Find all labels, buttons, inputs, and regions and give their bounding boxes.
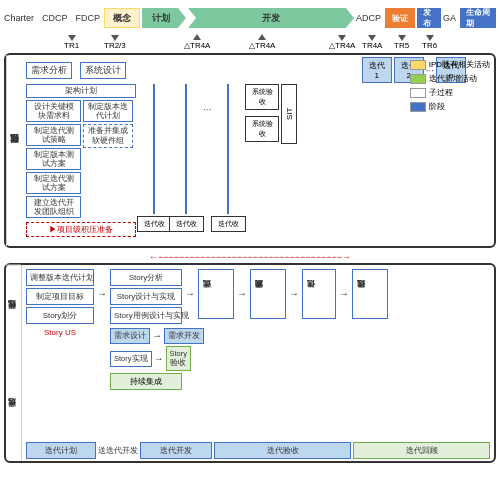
tr5-label: TR5: [394, 41, 409, 50]
concept-phase: 概念: [104, 8, 140, 28]
story-impl-row: Story实现 → Story验收: [110, 346, 182, 371]
story-us-label: Story US: [26, 328, 94, 337]
tr4a3-marker: △TR4A: [329, 34, 355, 50]
tr4-label: TR4A: [362, 41, 382, 50]
iter-eval-col: 迭代评估: [302, 269, 336, 319]
story-dev-col: Story分析 Story设计与实现 Story用例设计与实现 需求设计 → 需…: [110, 269, 182, 390]
top-diagram: 整体过程视图 需求分析 系统设计 迭代1 迭代2 ··· 迭代n 架构计划: [4, 53, 496, 248]
story-split-label: Story划分: [43, 311, 78, 320]
plan-box-0: 制定版本迭代计划: [83, 100, 133, 122]
sit-box: SIT: [281, 84, 297, 144]
bottom-label-top: 迭代过程视图: [6, 265, 21, 364]
legend-label-0: IPD既有相关活动: [429, 59, 490, 70]
adjust-version-box: 调整版本迭代计划: [26, 269, 94, 286]
fdcp-label: FDCP: [76, 13, 101, 23]
red-dashed-arrow: ←−−−−−−−−−−−−−−−−−−−−−−−−−−−−−−−−−−−→: [4, 252, 496, 262]
tr4a2-marker: △TR4A: [249, 34, 275, 50]
legend-color-3: [410, 102, 426, 112]
ci-box: 持续集成: [110, 373, 182, 390]
design-box-2: 制定版本测试方案: [26, 148, 81, 170]
tr6-marker: TR6: [422, 34, 437, 50]
legend-item-1: 迭代新增活动: [410, 73, 490, 84]
legend-label-3: 阶段: [429, 101, 445, 112]
release-phase: 发布: [417, 8, 441, 28]
itern-col: 迭代收: [213, 84, 243, 242]
legend-color-0: [410, 60, 426, 70]
tr-markers-row: TR1 TR2/3 △TR4A △TR4A △TR4A TR4A TR5 TR: [64, 34, 496, 52]
dev-phase: 开发: [188, 8, 354, 28]
phase-iter-plan: 迭代计划: [26, 442, 96, 459]
project-reserve: ▶项目级积压准备: [26, 222, 136, 237]
arrow2: →: [185, 289, 195, 299]
req-dev-box: 需求开发: [164, 328, 204, 344]
phase-iter-recv: 迭代验收: [214, 442, 351, 459]
itern-recv: 迭代收: [211, 216, 246, 232]
iter-plan-col: 调整版本迭代计划 制定项目目标 Story划分 Story US: [26, 269, 94, 337]
design-box-4: 建立迭代开发团队组织: [26, 196, 81, 218]
tr23-label: TR2/3: [104, 41, 126, 50]
arch-plan-box: 架构计划: [26, 84, 136, 98]
legend-label-2: 子过程: [429, 87, 453, 98]
arrow5: →: [339, 289, 349, 299]
story-recv-box: Story验收: [166, 346, 192, 371]
bottom-inner: 调整版本迭代计划 制定项目目标 Story划分 Story US → Story…: [22, 265, 494, 461]
adcp-label: ADCP: [356, 13, 381, 23]
req-arrow: →: [152, 331, 162, 341]
tr5-marker: TR5: [394, 34, 409, 50]
tr4a3-label: △TR4A: [329, 41, 355, 50]
tr4a1-label: △TR4A: [184, 41, 210, 50]
lifecycle-phase: 生命周期: [460, 8, 496, 28]
delivery-dev-label: 送迭代开发: [98, 445, 138, 456]
tr6-label: TR6: [422, 41, 437, 50]
legend-color-1: [410, 74, 426, 84]
tr1-label: TR1: [64, 41, 79, 50]
iter-test-box: 迭代测试: [198, 269, 234, 319]
design-sub-cols: 设计关键模块需求料 制定迭代测试策略 制定版本测试方案 制定迭代测试方案 建立迭…: [26, 100, 136, 218]
plan-box-1: 准备并集成软硬件组: [83, 124, 133, 148]
main-container: Charter CDCP FDCP 概念 计划 开发 ADCP 验证 发布 GA…: [0, 0, 500, 500]
iter1-header: 迭代1: [362, 57, 392, 83]
ga-label: GA: [443, 13, 456, 23]
plan-boxes-right: 制定版本迭代计划 准备并集成软硬件组: [83, 100, 133, 218]
bottom-label-bot: 单次迭代过程: [6, 364, 21, 462]
customer-test-col: 客户场景测试: [250, 269, 286, 319]
cdcp-label: CDCP: [42, 13, 68, 23]
phase-header: Charter CDCP FDCP 概念 计划 开发 ADCP 验证 发布 GA…: [4, 4, 496, 32]
story-split-box: Story划分: [26, 307, 94, 324]
iter2-recv: 迭代收: [169, 216, 204, 232]
design-box-3: 制定迭代测试方案: [26, 172, 81, 194]
iter-retro-box: 送迭代回顾: [352, 269, 388, 319]
design-tasks-col: 架构计划 设计关键模块需求料 制定迭代测试策略 制定版本测试方案 制定迭代测试方…: [26, 84, 136, 242]
iter1-col: 迭代收: [139, 84, 169, 242]
legend-item-0: IPD既有相关活动: [410, 59, 490, 70]
design-box-0: 设计关键模块需求料: [26, 100, 81, 122]
arrow1: →: [97, 289, 107, 299]
tr4a2-label: △TR4A: [249, 41, 275, 50]
sys-verify-box2: 系统验收: [245, 116, 279, 142]
iter-test-col: 迭代测试: [198, 269, 234, 319]
tr23-marker: TR2/3: [104, 34, 126, 50]
bottom-main-content: 调整版本迭代计划 制定项目目标 Story划分 Story US → Story…: [26, 269, 490, 439]
plan-phase: 计划: [142, 8, 186, 28]
phase-iter-retro: 迭代回顾: [353, 442, 490, 459]
charter-label: Charter: [4, 13, 34, 23]
arrow4: →: [289, 289, 299, 299]
story-impl-box: Story实现: [110, 351, 152, 367]
bottom-left-labels: 迭代过程视图 单次迭代过程: [6, 265, 22, 461]
tr4a1-marker: △TR4A: [184, 34, 210, 50]
story-design-box: Story设计与实现: [110, 288, 182, 305]
sys-verify-col: 系统验收 系统验收: [245, 84, 279, 242]
sys-design-box: 系统设计: [80, 62, 126, 79]
tr1-marker: TR1: [64, 34, 79, 50]
verify-phase: 验证: [385, 8, 415, 28]
iter1-recv: 迭代收: [137, 216, 172, 232]
story-analysis-box: Story分析: [110, 269, 182, 286]
bottom-phase-row: 迭代计划 送迭代开发 迭代开发 迭代验收 迭代回顾: [26, 442, 490, 459]
story-arrow: →: [154, 354, 164, 364]
legend-item-3: 阶段: [410, 101, 490, 112]
design-box-1: 制定迭代测试策略: [26, 124, 81, 146]
sys-verify-box1: 系统验收: [245, 84, 279, 110]
tr4-marker: TR4A: [362, 34, 382, 50]
iter-middle-dots: ···: [203, 104, 211, 115]
req-analysis-box: 需求分析: [26, 62, 72, 79]
